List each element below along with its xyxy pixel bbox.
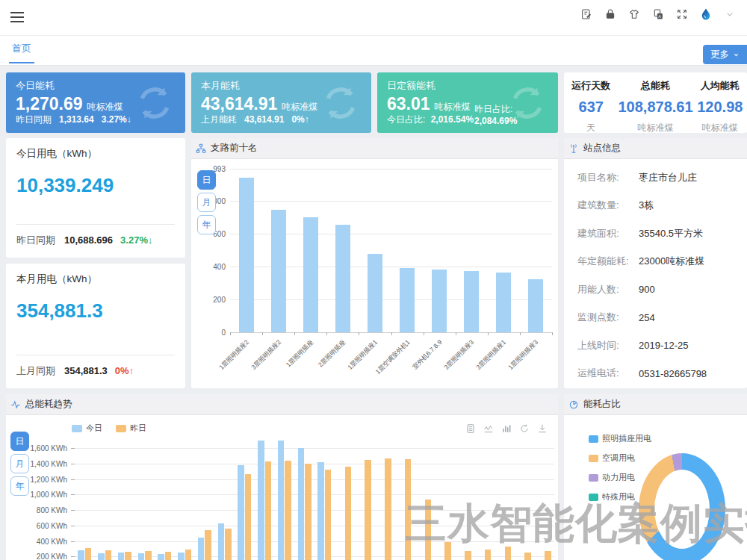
legend-label: 空调用电 bbox=[602, 452, 635, 464]
bar-yesterday-h6[interactable] bbox=[205, 530, 211, 560]
bar-today-h3[interactable] bbox=[138, 553, 145, 560]
data-view-icon[interactable] bbox=[465, 423, 476, 434]
bar-yesterday-h22[interactable] bbox=[524, 553, 531, 560]
panel-title: 站点信息 bbox=[583, 142, 621, 155]
energy-trend-chart[interactable]: 1,600 KWh1,400 KWh1,200 KWh1,000 KWh800 … bbox=[6, 436, 558, 560]
bar-yesterday-h20[interactable] bbox=[485, 550, 492, 560]
bar-室外机6.7.8.9[interactable] bbox=[432, 270, 447, 332]
bar-today-h12[interactable] bbox=[317, 462, 324, 560]
bar-yesterday-h8[interactable] bbox=[245, 474, 252, 560]
x-axis-label: 3层照明插座1 bbox=[475, 338, 509, 372]
gridline bbox=[75, 541, 554, 542]
bar-yesterday-h19[interactable] bbox=[465, 551, 471, 560]
bar-yesterday-h1[interactable] bbox=[105, 550, 112, 560]
period-button-月[interactable]: 月 bbox=[197, 193, 216, 212]
period-button-年[interactable]: 年 bbox=[197, 215, 216, 234]
site-info-row: 项目名称:枣庄市台儿庄 bbox=[564, 164, 747, 192]
bar-today-h4[interactable] bbox=[158, 554, 164, 560]
bar-3层照明插座3[interactable] bbox=[464, 271, 479, 332]
bar-1层照明插座3[interactable] bbox=[528, 279, 543, 332]
period-button-日[interactable]: 日 bbox=[10, 432, 29, 451]
x-axis-tick bbox=[391, 332, 392, 335]
kpi-footer-label: 昨日同期 bbox=[16, 114, 52, 125]
translate-icon[interactable]: A bbox=[651, 7, 665, 21]
x-axis-label: 2层照明插座 bbox=[316, 338, 347, 370]
kpi-footer-label: 今日占比: bbox=[387, 114, 425, 125]
legend-item-空调用电[interactable]: 空调用电 bbox=[589, 452, 651, 464]
bar-today-h0[interactable] bbox=[78, 550, 84, 560]
legend-item-照明插座用电[interactable]: 照明插座用电 bbox=[589, 433, 651, 444]
tab-home[interactable]: 首页 bbox=[9, 42, 34, 63]
bar-yesterday-h14[interactable] bbox=[365, 460, 371, 560]
bar-yesterday-h9[interactable] bbox=[265, 461, 272, 560]
legend-item-今日[interactable]: 今日 bbox=[72, 423, 102, 434]
bar-3层照明插座1[interactable] bbox=[496, 273, 511, 332]
restore-icon[interactable] bbox=[519, 423, 530, 434]
more-button[interactable]: 更多 bbox=[703, 45, 747, 64]
period-button-年[interactable]: 年 bbox=[10, 476, 29, 496]
y-axis-tick bbox=[71, 541, 75, 542]
svg-text:A: A bbox=[658, 14, 661, 19]
more-button-label: 更多 bbox=[710, 49, 729, 61]
bar-yesterday-h12[interactable] bbox=[325, 470, 332, 560]
period-button-日[interactable]: 日 bbox=[197, 170, 216, 190]
kpi-title: 日定额能耗 bbox=[387, 79, 436, 93]
fullscreen-icon[interactable] bbox=[675, 7, 689, 21]
bar-yesterday-h13[interactable] bbox=[345, 467, 352, 560]
bar-today-h5[interactable] bbox=[178, 553, 185, 560]
bar-yesterday-h3[interactable] bbox=[145, 551, 152, 560]
download-icon[interactable] bbox=[537, 423, 548, 434]
bar-yesterday-h0[interactable] bbox=[85, 548, 92, 560]
period-button-月[interactable]: 月 bbox=[10, 454, 29, 473]
chevron-down-icon[interactable] bbox=[723, 7, 737, 21]
trend-legend: 今日昨日 bbox=[72, 423, 146, 434]
bar-today-h1[interactable] bbox=[98, 553, 105, 560]
legend-swatch bbox=[589, 455, 598, 462]
chevron-down-icon bbox=[733, 52, 740, 58]
bar-chart-icon[interactable] bbox=[501, 423, 512, 434]
branch-top10-chart[interactable]: 02004006008009931层照明插座23层照明插座21层照明插座2层照明… bbox=[191, 159, 558, 388]
edit-note-icon[interactable] bbox=[580, 7, 593, 21]
bar-yesterday-h2[interactable] bbox=[125, 552, 131, 560]
bar-today-h8[interactable] bbox=[238, 465, 244, 560]
bar-today-h11[interactable] bbox=[298, 448, 305, 560]
theme-shirt-icon[interactable] bbox=[627, 7, 641, 21]
panel-title: 支路前十名 bbox=[211, 142, 258, 155]
bar-today-h9[interactable] bbox=[258, 441, 264, 560]
bar-2层照明插座[interactable] bbox=[335, 225, 350, 332]
bar-yesterday-h16[interactable] bbox=[405, 459, 412, 560]
bar-1层照明插座2[interactable] bbox=[239, 178, 254, 332]
bar-yesterday-h23[interactable] bbox=[545, 551, 551, 560]
hamburger-menu-icon[interactable] bbox=[10, 12, 24, 22]
bar-today-h10[interactable] bbox=[278, 441, 285, 560]
bar-yesterday-h18[interactable] bbox=[444, 542, 451, 560]
line-chart-icon[interactable] bbox=[483, 423, 494, 434]
bar-yesterday-h5[interactable] bbox=[185, 550, 192, 560]
bar-today-h7[interactable] bbox=[218, 523, 225, 560]
bar-yesterday-h17[interactable] bbox=[425, 500, 432, 560]
stat-unit: 吨标准煤 bbox=[618, 122, 692, 134]
bar-yesterday-h7[interactable] bbox=[225, 529, 232, 560]
bar-1层照明插座1[interactable] bbox=[368, 254, 382, 332]
bar-1层空调室外机1[interactable] bbox=[400, 268, 415, 332]
legend-label: 动力用电 bbox=[602, 472, 635, 483]
panel-title: 总能耗趋势 bbox=[25, 398, 72, 411]
bar-1层照明插座[interactable] bbox=[303, 217, 318, 332]
bar-yesterday-h10[interactable] bbox=[285, 461, 291, 560]
branch-hierarchy-icon bbox=[196, 143, 206, 154]
bar-today-h2[interactable] bbox=[118, 553, 125, 560]
kpi-footer-value: 43,614.91 bbox=[244, 114, 284, 125]
bar-yesterday-h11[interactable] bbox=[305, 464, 311, 560]
bar-3层照明插座2[interactable] bbox=[271, 210, 286, 332]
logo-waterdrop[interactable] bbox=[699, 7, 713, 21]
legend-item-动力用电[interactable]: 动力用电 bbox=[589, 472, 651, 483]
bar-yesterday-h21[interactable] bbox=[505, 547, 512, 560]
gridline bbox=[75, 448, 554, 449]
lock-icon[interactable] bbox=[604, 7, 617, 21]
y-axis-tick bbox=[71, 448, 75, 449]
usage-value: 10,339.249 bbox=[16, 174, 114, 197]
bar-yesterday-h15[interactable] bbox=[385, 458, 391, 560]
bar-today-h6[interactable] bbox=[198, 538, 205, 560]
legend-item-昨日[interactable]: 昨日 bbox=[116, 423, 146, 434]
bar-yesterday-h4[interactable] bbox=[165, 552, 172, 560]
